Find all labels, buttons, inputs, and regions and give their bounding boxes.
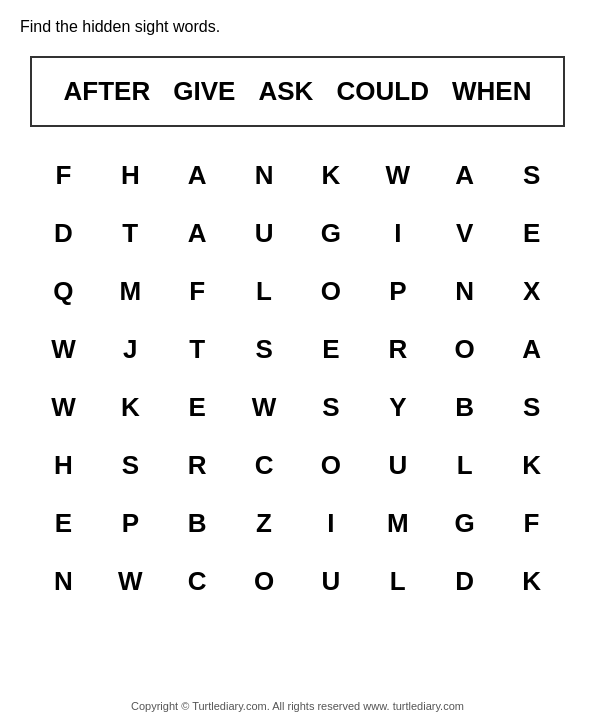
grid-cell-4-7: S [504,379,560,435]
grid-row-7: NWCOULDK [30,553,565,609]
grid-cell-3-4: E [303,321,359,377]
grid-cell-3-2: T [169,321,225,377]
grid-cell-6-6: G [437,495,493,551]
grid-row-3: WJTSEROA [30,321,565,377]
grid-cell-3-5: R [370,321,426,377]
word-after: AFTER [64,76,151,107]
grid-cell-6-5: M [370,495,426,551]
word-when: WHEN [452,76,531,107]
grid-cell-0-2: A [169,147,225,203]
grid-cell-6-2: B [169,495,225,551]
grid-cell-2-3: L [236,263,292,319]
grid-cell-2-0: Q [35,263,91,319]
grid-cell-5-4: O [303,437,359,493]
grid-cell-3-7: A [504,321,560,377]
grid-cell-2-5: P [370,263,426,319]
grid-cell-0-7: S [504,147,560,203]
grid-cell-2-1: M [102,263,158,319]
grid-cell-5-7: K [504,437,560,493]
grid-cell-5-2: R [169,437,225,493]
grid-cell-6-7: F [504,495,560,551]
grid-cell-5-0: H [35,437,91,493]
grid-cell-5-5: U [370,437,426,493]
grid-cell-0-4: K [303,147,359,203]
word-search-grid: FHANKWASDTAUGIVEQMFLOPNXWJTSEROAWKEWSYBS… [30,147,565,609]
footer-text: Copyright © Turtlediary.com. All rights … [0,692,595,720]
words-box: AFTER GIVE ASK COULD WHEN [30,56,565,127]
grid-cell-1-4: G [303,205,359,261]
grid-cell-2-4: O [303,263,359,319]
grid-row-2: QMFLOPNX [30,263,565,319]
grid-cell-0-1: H [102,147,158,203]
grid-cell-7-3: O [236,553,292,609]
grid-cell-7-7: K [504,553,560,609]
grid-cell-0-0: F [35,147,91,203]
grid-row-5: HSRCOULK [30,437,565,493]
grid-cell-0-3: N [236,147,292,203]
instruction-text: Find the hidden sight words. [0,0,595,46]
grid-cell-2-6: N [437,263,493,319]
grid-cell-3-0: W [35,321,91,377]
word-could: COULD [336,76,428,107]
grid-cell-7-0: N [35,553,91,609]
grid-cell-2-2: F [169,263,225,319]
grid-cell-1-6: V [437,205,493,261]
grid-cell-3-3: S [236,321,292,377]
grid-cell-1-3: U [236,205,292,261]
grid-cell-4-1: K [102,379,158,435]
grid-cell-1-5: I [370,205,426,261]
grid-cell-4-4: S [303,379,359,435]
grid-row-1: DTAUGIVE [30,205,565,261]
grid-cell-6-4: I [303,495,359,551]
grid-cell-6-0: E [35,495,91,551]
grid-cell-4-6: B [437,379,493,435]
word-give: GIVE [173,76,235,107]
grid-cell-7-6: D [437,553,493,609]
grid-cell-0-6: A [437,147,493,203]
grid-cell-5-6: L [437,437,493,493]
grid-cell-1-7: E [504,205,560,261]
grid-cell-4-2: E [169,379,225,435]
grid-row-4: WKEWSYBS [30,379,565,435]
grid-cell-3-6: O [437,321,493,377]
grid-cell-7-4: U [303,553,359,609]
word-ask: ASK [259,76,314,107]
grid-cell-4-5: Y [370,379,426,435]
grid-cell-3-1: J [102,321,158,377]
grid-cell-1-2: A [169,205,225,261]
grid-cell-1-0: D [35,205,91,261]
grid-cell-5-1: S [102,437,158,493]
grid-cell-7-2: C [169,553,225,609]
grid-cell-7-1: W [102,553,158,609]
grid-cell-5-3: C [236,437,292,493]
grid-cell-0-5: W [370,147,426,203]
grid-row-6: EPBZIMGF [30,495,565,551]
grid-cell-6-3: Z [236,495,292,551]
grid-cell-1-1: T [102,205,158,261]
grid-cell-4-0: W [35,379,91,435]
grid-row-0: FHANKWAS [30,147,565,203]
grid-cell-2-7: X [504,263,560,319]
grid-cell-4-3: W [236,379,292,435]
grid-cell-6-1: P [102,495,158,551]
grid-cell-7-5: L [370,553,426,609]
